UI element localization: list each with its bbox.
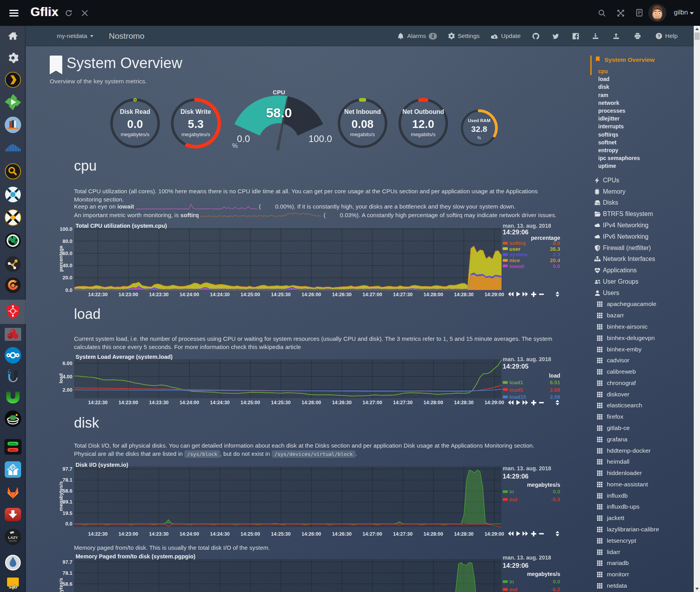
menu-app-hiddenloader[interactable]: hiddenloader [590, 468, 693, 479]
menu-subitem-disk[interactable]: disk [590, 83, 693, 91]
menu-item-applications[interactable]: Applications [590, 265, 693, 276]
menu-app-home-assistant[interactable]: home-assistant [590, 479, 693, 490]
sidebar-item-home-assistant[interactable] [0, 459, 26, 480]
sidebar-item-sabnzbd[interactable]: sab [0, 573, 26, 592]
menu-subitem-idlejitter[interactable]: idlejitter [590, 115, 693, 122]
menu-app-firefox[interactable]: firefox [590, 411, 693, 423]
legend-in[interactable]: in0.0 [503, 489, 560, 494]
menu-app-binhex-emby[interactable]: binhex-emby [590, 344, 693, 355]
menu-app-lidarr[interactable]: lidarr [590, 546, 693, 558]
legend-in[interactable]: in0.0 [503, 579, 560, 584]
twitter-icon[interactable] [552, 26, 559, 46]
menu-subitem-softirqs[interactable]: softirqs [590, 131, 693, 139]
legend-load5[interactable]: load52.68 [503, 387, 560, 392]
legend-out[interactable]: out-5.2 [503, 587, 560, 592]
sidebar-item-tautulli-blue[interactable] [0, 184, 26, 205]
scrollbar-up-button[interactable] [694, 26, 700, 32]
menu-item-system-overview[interactable]: System Overview [590, 55, 693, 67]
close-icon[interactable] [81, 10, 88, 18]
sidebar-item-lazylibrarian[interactable]: LAZYlibrarian [0, 526, 26, 548]
sidebar-item-share[interactable] [0, 253, 26, 275]
sidebar-item-netdata[interactable] [0, 300, 26, 324]
menu-app-jackett[interactable]: jackett [590, 513, 693, 524]
menu-app-binhex-delugevpn[interactable]: binhex-delugevpn [590, 332, 693, 344]
chart-plot-pgpgio[interactable] [74, 557, 519, 592]
softirq-sparkline[interactable] [200, 212, 322, 218]
menu-item-firewall-netfilter-[interactable]: Firewall (netfilter) [590, 242, 693, 254]
menu-item-btrfs-filesystem[interactable]: BTRFS filesystem [590, 209, 693, 220]
chart-plot-diskio[interactable] [74, 465, 519, 531]
menu-app-chronograf[interactable]: chronograf [590, 378, 693, 389]
menu-app-heimdall[interactable]: heimdall [590, 456, 693, 468]
sidebar-item-unifi[interactable] [0, 365, 26, 387]
facebook-icon[interactable] [572, 26, 579, 46]
sidebar-item-deluge[interactable] [0, 552, 26, 574]
refresh-icon[interactable] [65, 9, 72, 18]
settings-button[interactable]: Settings [447, 26, 480, 46]
help-button[interactable]: ?Help [655, 26, 678, 46]
legend-nice[interactable]: nice20.4 [503, 257, 560, 263]
menu-app-gitlab-ce[interactable]: gitlab-ce [590, 423, 693, 434]
alarms-button[interactable]: Alarms2 [397, 26, 437, 46]
menu-item-network-interfaces[interactable]: Network Interfaces [590, 254, 693, 265]
menu-item-memory[interactable]: Memory [590, 186, 693, 197]
download-icon[interactable] [592, 26, 599, 46]
menu-subitem-network[interactable]: network [590, 99, 693, 107]
menu-subitem-processes[interactable]: processes [590, 107, 693, 115]
print-icon[interactable] [634, 26, 641, 46]
sidebar-item-tautulli-yellow[interactable] [0, 207, 26, 229]
menu-subitem-ram[interactable]: ram [590, 91, 693, 99]
menu-app-cadvisor[interactable]: cadvisor [590, 355, 693, 366]
menu-item-ipv6-networking[interactable]: IPv6 Networking [590, 231, 693, 242]
sidebar-item-plex[interactable] [0, 69, 26, 91]
chart-plot-load[interactable] [74, 358, 519, 401]
menu-app-monitorr[interactable]: monitorr [590, 569, 693, 580]
menu-app-letsencrypt[interactable]: letsencrypt [590, 535, 693, 546]
legend-load1[interactable]: load16.51 [503, 380, 560, 385]
menu-item-user-groups[interactable]: User Groups [590, 276, 693, 287]
menu-app-apacheguacamole[interactable]: apacheguacamole [590, 299, 693, 310]
menu-app-influxdb[interactable]: influxdb [590, 490, 693, 501]
sidebar-item-utorrent[interactable] [0, 387, 26, 408]
gauge-net-outbound[interactable]: Net Outbound12.0megabits/s [395, 95, 451, 151]
sidebar-item-nzbget[interactable] [0, 230, 26, 252]
menu-app-diskover[interactable]: diskover [590, 389, 693, 400]
menu-app-lazylibrarian-calibre[interactable]: lazylibrarian-calibre [590, 524, 693, 535]
legend-out[interactable]: out-5.3 [503, 497, 560, 502]
github-icon[interactable] [532, 26, 539, 46]
menu-app-mariadb[interactable]: mariadb [590, 558, 693, 569]
menu-item-disks[interactable]: Disks [590, 197, 693, 209]
legend-system[interactable]: system2.3 [503, 252, 560, 257]
sidebar-item-couchpotato[interactable] [0, 408, 26, 430]
menu-subitem-load[interactable]: load [590, 75, 693, 83]
menu-subitem-cpu[interactable]: cpu [590, 67, 693, 75]
expand-icon[interactable] [617, 9, 624, 18]
chart-plot-cpu[interactable] [74, 226, 519, 300]
sidebar-item-airsonic[interactable] [0, 137, 26, 158]
sidebar-item-calibre-web[interactable] [0, 114, 26, 136]
sidebar-item-nextcloud[interactable] [0, 344, 26, 366]
sidebar-item-home[interactable] [0, 25, 26, 47]
gauge-used-ram[interactable]: Used RAM32.8% [458, 106, 501, 149]
username[interactable]: gilbn [674, 9, 694, 16]
menu-app-elasticsearch[interactable]: elasticsearch [590, 400, 693, 411]
menu-subitem-softnet[interactable]: softnet [590, 139, 693, 146]
sidebar-item-grafana[interactable] [0, 274, 26, 296]
legend-softirq[interactable]: softirq0.0 [503, 240, 560, 246]
menu-subitem-interrupts[interactable]: interrupts [590, 122, 693, 130]
menu-app-influxdb-ups[interactable]: influxdb-ups [590, 501, 693, 513]
gauge-cpu[interactable] [227, 88, 331, 157]
legend-load15[interactable]: load152.06 [503, 394, 560, 399]
chart-toolbar[interactable] [507, 399, 561, 406]
legend-user[interactable]: user35.3 [503, 246, 560, 252]
menu-subitem-uptime[interactable]: uptime [590, 162, 693, 170]
menu-app-calibreweb[interactable]: calibreweb [590, 366, 693, 378]
sidebar-item-monitorr[interactable]: OnlineOffline [0, 436, 26, 458]
scrollbar-down-button[interactable] [694, 586, 700, 592]
chart-toolbar[interactable] [507, 531, 561, 537]
server-dropdown[interactable]: my-netdata [57, 26, 94, 46]
scrollbar-thumb[interactable] [695, 32, 700, 40]
update-button[interactable]: Update [491, 26, 521, 46]
gauge-disk-read[interactable]: Disk Read0.0megabytes/s [107, 95, 163, 151]
menu-app-grafana[interactable]: grafana [590, 434, 693, 445]
